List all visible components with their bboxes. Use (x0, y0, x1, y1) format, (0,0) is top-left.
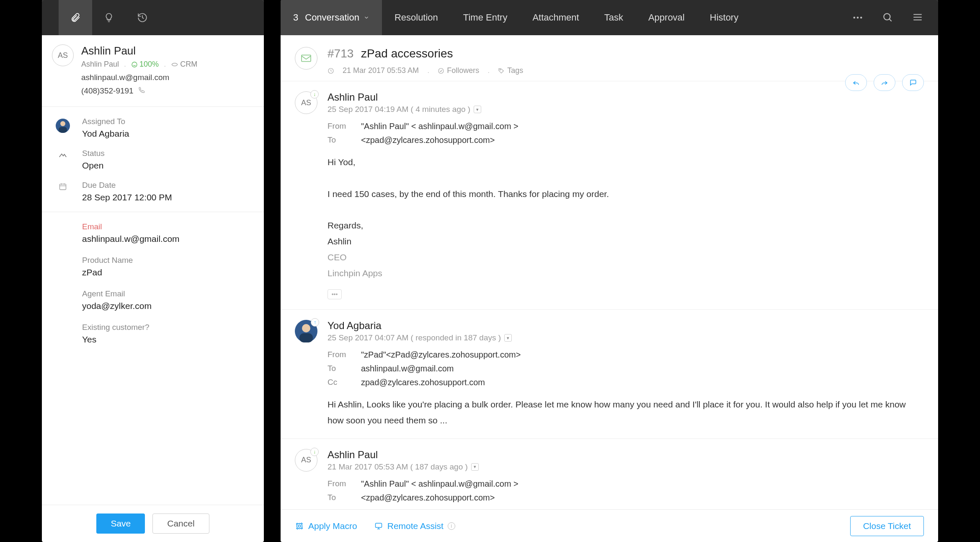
tab-resolution[interactable]: Resolution (382, 0, 451, 35)
left-footer: Save Cancel (42, 505, 264, 542)
incoming-icon: ↓ (310, 90, 319, 99)
svg-rect-3 (60, 184, 66, 189)
message-time: 21 Mar 2017 05:53 AM ( 187 days ago ) ▾ (328, 462, 924, 472)
requester-avatar: AS (52, 44, 74, 66)
cc-value: zpad@zylcares.zohosupport.com (361, 378, 485, 387)
crm-link[interactable]: CRM (171, 60, 197, 69)
field-product-value[interactable]: zPad (82, 267, 254, 277)
expand-quote-icon[interactable]: ••• (328, 289, 342, 299)
ticket-navbar: 3 Conversation Resolution Time Entry Att… (281, 0, 938, 35)
apply-macro-button[interactable]: Apply Macro (295, 521, 357, 531)
ticket-datetime: 21 Mar 2017 05:53 AM (343, 66, 419, 75)
svg-point-5 (857, 17, 859, 19)
mail-icon (295, 47, 317, 70)
contact-panel: AS Ashlin Paul Ashlin Paul . 100% . CRM (42, 0, 264, 542)
tab-conversation[interactable]: 3 Conversation (281, 0, 382, 35)
message-avatar: AS ↓ (295, 91, 317, 114)
field-agentemail-label: Agent Email (82, 289, 254, 298)
to-label: To (328, 364, 350, 373)
svg-point-6 (860, 17, 862, 19)
to-value: <zpad@zylcares.zohosupport.com> (361, 493, 495, 503)
assigned-to-value[interactable]: Yod Agbaria (82, 129, 129, 139)
search-icon[interactable] (882, 12, 894, 23)
ticket-meta: 21 Mar 2017 05:53 AM . Followers . Tags (328, 66, 523, 75)
duedate-label: Due Date (82, 181, 172, 190)
attachment-tab-icon[interactable] (59, 0, 92, 35)
menu-icon[interactable] (912, 12, 924, 23)
field-existing-label: Existing customer? (82, 323, 254, 332)
calendar-icon (52, 181, 74, 202)
assigned-to-label: Assigned To (82, 117, 129, 126)
requester-name: Ashlin Paul (81, 44, 197, 57)
svg-point-4 (854, 17, 856, 19)
assigned-to-row: Assigned To Yod Agbaria (42, 107, 264, 139)
message-item[interactable]: AS ↓ Ashlin Paul 25 Sep 2017 04:19 AM ( … (281, 81, 938, 310)
more-icon[interactable] (852, 12, 864, 23)
from-label: From (328, 122, 350, 131)
requester-block: AS Ashlin Paul Ashlin Paul . 100% . CRM (42, 35, 264, 97)
right-footer: Apply Macro Remote Assist i Close Ticket (281, 509, 938, 542)
from-value: "zPad"<zPad@zylcares.zohosupport.com> (361, 350, 521, 360)
ticket-id: #713 (328, 47, 353, 60)
reply-button[interactable] (845, 74, 867, 91)
tags-link[interactable]: Tags (498, 66, 523, 75)
tab-task[interactable]: Task (592, 0, 636, 35)
status-icon (52, 149, 74, 171)
svg-point-11 (500, 69, 501, 70)
message-body: Hi Ashlin, Looks like you're placing a b… (328, 397, 924, 428)
followers-link[interactable]: Followers (438, 66, 479, 75)
message-body: Hi Yod, I need 150 cases, by the end of … (328, 154, 924, 281)
info-icon[interactable]: i (448, 522, 455, 530)
svg-rect-15 (375, 523, 382, 527)
requester-phone[interactable]: (408)352-9191 (81, 86, 197, 96)
clock-icon (328, 67, 334, 74)
message-avatar: ↑ (295, 320, 317, 342)
message-sender: Ashlin Paul (328, 91, 924, 103)
status-value[interactable]: Open (82, 161, 105, 171)
tab-time-entry[interactable]: Time Entry (451, 0, 520, 35)
svg-point-0 (132, 62, 137, 67)
field-email-value[interactable]: ashlinpaul.w@gmail.com (82, 234, 254, 244)
field-product-label: Product Name (82, 256, 254, 265)
field-email-label: Email (82, 222, 254, 231)
remote-assist-button[interactable]: Remote Assist i (374, 521, 455, 531)
svg-point-14 (298, 525, 301, 527)
close-ticket-button[interactable]: Close Ticket (850, 516, 924, 536)
ticket-subject: zPad accessories (361, 47, 453, 60)
expand-dropdown-icon[interactable]: ▾ (504, 334, 512, 342)
save-button[interactable]: Save (96, 513, 145, 534)
expand-dropdown-icon[interactable]: ▾ (471, 463, 479, 471)
field-existing-value[interactable]: Yes (82, 335, 254, 345)
phone-icon (138, 86, 145, 95)
field-agentemail-value[interactable]: yoda@zylker.com (82, 301, 254, 311)
svg-rect-2 (59, 127, 67, 133)
forward-button[interactable] (874, 74, 895, 91)
tab-attachment[interactable]: Attachment (520, 0, 591, 35)
message-item[interactable]: AS ↓ Ashlin Paul 21 Mar 2017 05:53 AM ( … (281, 439, 938, 509)
bulb-tab-icon[interactable] (92, 0, 126, 35)
reply-actions (845, 74, 924, 91)
svg-rect-8 (302, 55, 311, 61)
to-label: To (328, 493, 350, 503)
to-label: To (328, 135, 350, 145)
duedate-value[interactable]: 28 Sep 2017 12:00 PM (82, 192, 172, 202)
requester-email[interactable]: ashlinpaul.w@gmail.com (81, 73, 197, 82)
cc-label: Cc (328, 378, 350, 387)
message-time: 25 Sep 2017 04:07 AM ( responded in 187 … (328, 333, 924, 342)
message-item[interactable]: ↑ Yod Agbaria 25 Sep 2017 04:07 AM ( res… (281, 310, 938, 439)
cancel-button[interactable]: Cancel (152, 513, 209, 534)
status-row: Status Open (42, 139, 264, 171)
from-label: From (328, 350, 350, 360)
svg-rect-13 (299, 333, 313, 342)
message-time: 25 Sep 2017 04:19 AM ( 4 minutes ago ) ▾ (328, 105, 924, 114)
tab-history[interactable]: History (697, 0, 751, 35)
message-sender: Yod Agbaria (328, 320, 924, 332)
comment-button[interactable] (902, 74, 924, 91)
happiness-score[interactable]: 100% (131, 60, 159, 69)
tab-approval[interactable]: Approval (636, 0, 697, 35)
history-tab-icon[interactable] (126, 0, 159, 35)
svg-point-7 (884, 13, 890, 20)
from-value: "Ashlin Paul" < ashlinpaul.w@gmail.com > (361, 479, 518, 489)
incoming-icon: ↓ (310, 448, 319, 456)
expand-dropdown-icon[interactable]: ▾ (474, 106, 481, 113)
